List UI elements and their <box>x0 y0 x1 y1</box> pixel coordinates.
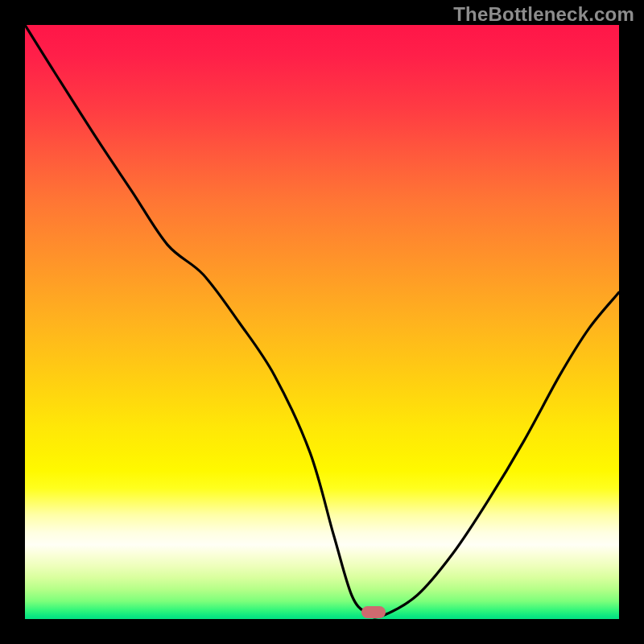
plot-area <box>25 25 619 619</box>
optimum-marker <box>361 606 386 618</box>
chart-frame: TheBottleneck.com <box>0 0 644 644</box>
bottleneck-curve <box>25 25 619 619</box>
curve-path <box>25 25 619 617</box>
watermark-text: TheBottleneck.com <box>453 3 634 26</box>
